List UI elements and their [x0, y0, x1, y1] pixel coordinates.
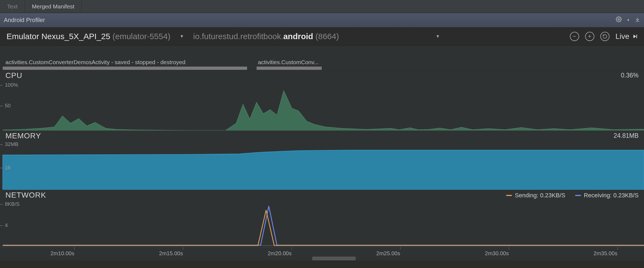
- device-dropdown[interactable]: ▼: [175, 34, 189, 39]
- time-tick: 2m30.00s: [497, 247, 521, 257]
- cpu-title: CPU: [5, 71, 22, 80]
- activity-timeline[interactable]: activities.CustomConverterDemosActivity …: [0, 46, 644, 70]
- device-name: Emulator Nexus_5X_API_25: [7, 32, 110, 41]
- receiving-label: Receiving: 0.23KB/S: [584, 192, 639, 199]
- svg-point-0: [618, 18, 620, 20]
- memory-chart: [0, 130, 644, 190]
- package-prefix: io.futurestud.retrofitbook.: [193, 32, 283, 41]
- time-tick: 2m25.00s: [388, 247, 412, 257]
- profiler-header: Android Profiler ▼: [0, 13, 644, 27]
- minimize-icon[interactable]: [635, 17, 640, 24]
- process-pid: (8664): [315, 32, 339, 41]
- time-tick: 2m10.00s: [62, 247, 86, 257]
- zoom-in-button[interactable]: +: [585, 32, 594, 41]
- reset-zoom-button[interactable]: [600, 32, 610, 41]
- cpu-value: 0.36%: [621, 72, 639, 79]
- time-tick: 2m15.00s: [171, 247, 195, 257]
- chevron-down-icon[interactable]: ▼: [627, 18, 630, 22]
- network-ytick-8: 8KB/S: [5, 201, 20, 207]
- package-name: android: [283, 32, 313, 41]
- device-bar: Emulator Nexus_5X_API_25 (emulator-5554)…: [0, 27, 644, 46]
- network-legend: Sending: 0.23KB/S Receiving: 0.23KB/S: [506, 192, 639, 199]
- live-label: Live: [615, 32, 629, 41]
- network-panel[interactable]: NETWORK Sending: 0.23KB/S Receiving: 0.2…: [0, 190, 644, 247]
- charts-area: activities.CustomConverterDemosActivity …: [0, 46, 644, 260]
- tab-text[interactable]: Text: [0, 0, 25, 13]
- memory-ytick-32: 32MB: [5, 141, 18, 147]
- time-tick: 2m35.00s: [605, 247, 629, 257]
- memory-title: MEMORY: [5, 132, 41, 140]
- activity-label-1: activities.CustomConverterDemosActivity …: [5, 59, 185, 66]
- memory-value: 24.81MB: [614, 132, 639, 139]
- process-dropdown[interactable]: ▼: [343, 34, 445, 39]
- time-axis[interactable]: 2m10.00s 2m15.00s 2m20.00s 2m25.00s 2m30…: [0, 247, 644, 260]
- sending-swatch: [506, 195, 512, 196]
- cpu-panel[interactable]: CPU 0.36% 100% 50: [0, 70, 644, 130]
- time-tick: 2m20.00s: [280, 247, 304, 257]
- receiving-swatch: [575, 195, 581, 196]
- editor-tabs: Text Merged Manifest: [0, 0, 644, 13]
- tab-merged-manifest[interactable]: Merged Manifest: [25, 0, 82, 13]
- timeline-scrollbar-thumb[interactable]: [312, 257, 356, 260]
- cpu-ytick-100: 100%: [5, 82, 18, 88]
- activity-bar-1: [3, 67, 247, 70]
- memory-ytick-16: 16: [5, 165, 11, 171]
- memory-panel[interactable]: MEMORY 24.81MB 32MB 16: [0, 130, 644, 190]
- live-toggle[interactable]: Live: [615, 32, 637, 41]
- network-title: NETWORK: [5, 191, 46, 200]
- zoom-out-button[interactable]: −: [570, 32, 579, 41]
- activity-label-2: activities.CustomConv...: [258, 59, 319, 66]
- cpu-chart: [0, 70, 644, 130]
- cpu-ytick-50: 50: [5, 103, 11, 109]
- svg-rect-1: [636, 35, 637, 38]
- gear-icon[interactable]: [616, 16, 622, 24]
- profiler-title: Android Profiler: [4, 17, 45, 24]
- device-serial: (emulator-5554): [112, 32, 170, 41]
- sending-label: Sending: 0.23KB/S: [515, 192, 565, 199]
- network-ytick-4: 4: [5, 222, 8, 228]
- activity-bar-2: [257, 67, 322, 70]
